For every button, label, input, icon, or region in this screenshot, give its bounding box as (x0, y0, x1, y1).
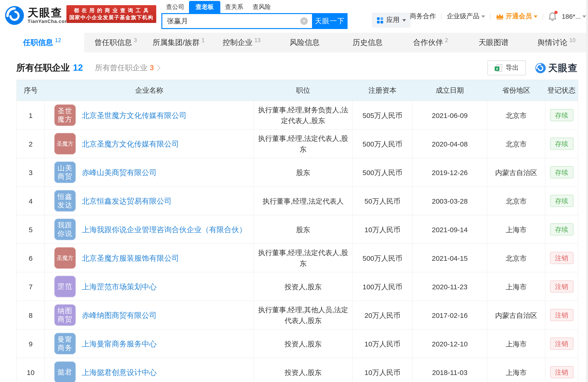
status-badge: 存续 (550, 223, 573, 235)
tab-label: 控制企业 (223, 38, 252, 47)
caret-down-icon (583, 15, 586, 18)
nav-business-cooperation[interactable]: 商务合作 (410, 12, 436, 21)
excel-x: X (496, 67, 498, 70)
tab-count: 2 (445, 37, 448, 44)
profile-tab-8[interactable]: 天眼图谱 (462, 33, 525, 52)
tianyancha-swirl-icon (5, 6, 24, 25)
cell-region: 北京市 (487, 130, 545, 158)
company-link[interactable]: 北京圣魔方文化传媒有限公司 (82, 138, 179, 149)
former-positions-count: 3 (150, 64, 154, 71)
nav-enterprise-products[interactable]: 企业级产品 (447, 12, 485, 21)
cell-company: 曼甯商务上海曼甯商务服务中心 (45, 329, 254, 358)
cell-region: 北京市 (487, 101, 545, 130)
tab-label: 历史信息 (353, 38, 383, 47)
cell-company: 纳图商贸赤峰纳图商贸有限公司 (45, 301, 254, 329)
cell-capital: 10万人民币 (353, 329, 412, 358)
tab-count: 3 (134, 37, 137, 44)
company-link[interactable]: 北京圣魔方服装服饰有限公司 (82, 252, 179, 263)
table-body: 1圣世魔方北京圣世魔方文化传媒有限公司执行董事,经理,财务负责人,法定代表人,股… (17, 101, 578, 382)
cell-no: 9 (17, 329, 45, 358)
column-header: 成立日期 (412, 80, 487, 101)
company-link[interactable]: 上海罡范市场策划中心 (82, 281, 157, 292)
scrollbar[interactable] (586, 0, 588, 382)
profile-tab-3[interactable]: 所属集团/族群1 (147, 33, 210, 52)
company-link[interactable]: 北京圣世魔方文化传媒有限公司 (82, 110, 187, 121)
search-button[interactable]: 天眼一下 (312, 13, 348, 29)
chevron-right-icon (155, 65, 160, 70)
cell-region: 上海市 (487, 329, 545, 358)
cell-company: 罡范上海罡范市场策划中心 (45, 272, 254, 301)
promo-banner: 都在用的商业查询工具 国家中小企业发展子基金旗下机构 (66, 5, 156, 23)
column-header: 省份地区 (487, 80, 545, 101)
cell-date: 2003-03-28 (412, 187, 487, 215)
profile-tab-7[interactable]: 合作伙伴2 (399, 33, 462, 52)
profile-tab-1[interactable]: 任职信息12 (0, 33, 84, 52)
status-badge: 存续 (550, 195, 573, 207)
cell-region: 上海市 (487, 272, 545, 301)
profile-tab-9[interactable]: 舆情讨论10 (525, 33, 588, 52)
cell-position: 投资人,股东 (254, 272, 353, 301)
status-badge: 存续 (550, 166, 573, 178)
cell-no: 5 (17, 215, 45, 244)
cell-status: 注销 (545, 244, 578, 272)
notification-bell-icon[interactable] (548, 12, 557, 21)
apps-menu-button[interactable]: 应用 (372, 13, 411, 28)
cell-company: 懿君上海懿君创意设计中心 (45, 358, 254, 382)
cell-date: 2021-06-09 (412, 101, 487, 130)
profile-tab-2[interactable]: 曾任职信息3 (84, 33, 147, 52)
cell-position: 股东 (254, 215, 353, 244)
cell-region: 北京市 (487, 244, 545, 272)
cell-capital: 500万人民币 (353, 244, 412, 272)
cell-capital: 50万人民币 (353, 187, 412, 215)
company-logo-badge: 我跟你说 (54, 219, 76, 240)
table-row: 5我跟你说上海我跟你说企业管理咨询合伙企业（有限合伙）股东10万人民币2021-… (17, 215, 578, 244)
search-tab-2[interactable]: 查老板 (189, 1, 220, 13)
tab-count: 1 (202, 37, 205, 44)
nav-open-membership[interactable]: 开通会员 (496, 12, 538, 21)
account-menu[interactable]: 186*... (562, 13, 586, 20)
cell-date: 2020-04-08 (412, 130, 487, 158)
cell-date: 2017-02-16 (412, 301, 487, 329)
cell-company: 圣世魔方北京圣世魔方文化传媒有限公司 (45, 101, 254, 130)
company-link[interactable]: 上海曼甯商务服务中心 (82, 338, 157, 349)
cell-date: 2020-11-23 (412, 272, 487, 301)
cell-status: 存续 (545, 215, 578, 244)
main-content: 所有任职企业 12 所有曾任职企业3 X 导出 (0, 58, 588, 382)
tianyancha-watermark: 天眼查 (535, 62, 578, 74)
export-button[interactable]: X 导出 (487, 60, 526, 75)
tab-label: 所属集团/族群 (153, 38, 200, 47)
tianyancha-logo[interactable]: 天眼查 TianYanCha.com (5, 6, 69, 25)
former-positions-link[interactable]: 所有曾任职企业3 (95, 63, 160, 73)
tab-count: 12 (55, 37, 61, 44)
status-badge: 注销 (550, 366, 573, 378)
profile-tab-4[interactable]: 控制企业13 (210, 33, 273, 52)
company-logo-badge: 曼甯商务 (54, 333, 76, 354)
company-logo-badge: 圣魔方 (54, 247, 76, 269)
search-tab-4[interactable]: 查风险 (248, 3, 275, 13)
company-link[interactable]: 上海我跟你说企业管理咨询合伙企业（有限合伙） (82, 224, 247, 235)
cell-no: 1 (17, 101, 45, 130)
cell-position: 执行董事,经理,法定代表人 (254, 187, 353, 215)
clear-icon[interactable]: ✕ (300, 17, 308, 25)
cell-position: 投资人,股东 (254, 358, 353, 382)
status-badge: 注销 (550, 337, 573, 350)
search-tab-3[interactable]: 查关系 (220, 3, 248, 13)
profile-tab-5[interactable]: 风险信息 (273, 33, 336, 52)
cell-region: 上海市 (487, 358, 545, 382)
search-input[interactable] (161, 13, 312, 29)
positions-table: 序号企业名称职位注册资本成立日期省份地区登记状态 1圣世魔方北京圣世魔方文化传媒… (16, 80, 578, 382)
search-tab-1[interactable]: 查公司 (161, 3, 189, 13)
cell-date: 2019-12-26 (412, 158, 487, 187)
tab-label: 风险信息 (290, 38, 319, 47)
cell-company: 我跟你说上海我跟你说企业管理咨询合伙企业（有限合伙） (45, 215, 254, 244)
column-header: 注册资本 (353, 80, 412, 101)
company-link[interactable]: 赤峰山美商贸有限公司 (82, 167, 157, 178)
cell-company: 圣魔方北京圣魔方服装服饰有限公司 (45, 244, 254, 272)
apps-grid-icon (377, 17, 384, 24)
company-link[interactable]: 上海懿君创意设计中心 (82, 367, 157, 378)
company-link[interactable]: 赤峰纳图商贸有限公司 (82, 310, 157, 320)
profile-tab-6[interactable]: 历史信息 (336, 33, 399, 52)
cell-company: 恒鑫发达北京恒鑫发达贸易有限公司 (45, 187, 254, 215)
company-link[interactable]: 北京恒鑫发达贸易有限公司 (82, 195, 172, 206)
cell-no: 6 (17, 244, 45, 272)
